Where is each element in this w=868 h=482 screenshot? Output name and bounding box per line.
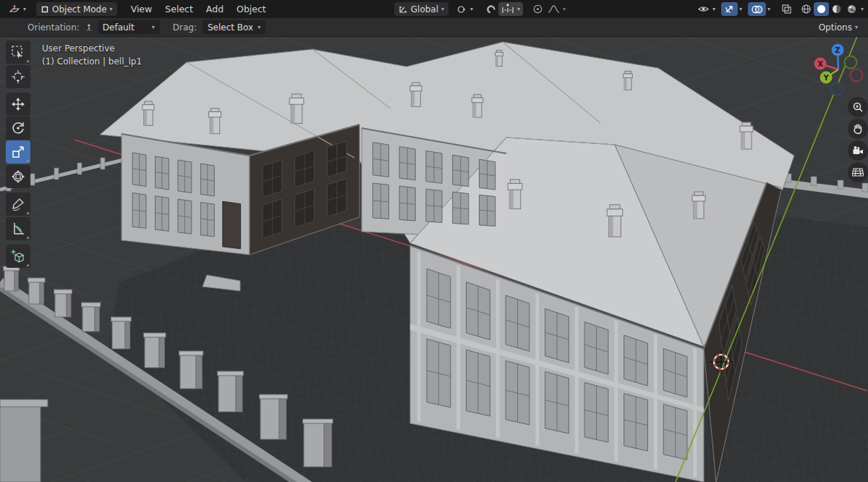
- tool-select-box[interactable]: [6, 41, 30, 64]
- xray-toggle[interactable]: [779, 2, 794, 16]
- drag-select[interactable]: Select Box ▾: [203, 20, 265, 34]
- proportional-falloff-dropdown[interactable]: ▾: [545, 2, 568, 16]
- transform-tool-icon: [11, 169, 25, 184]
- tool-submenu-indicator: [26, 211, 29, 214]
- orientation-select[interactable]: Default ▾: [98, 20, 160, 34]
- editor-type-icon: [9, 4, 20, 14]
- overlays-dropdown[interactable]: ▾: [766, 2, 772, 16]
- object-mode-icon: [41, 5, 49, 14]
- gizmo-axis-ball[interactable]: [845, 56, 857, 69]
- ortho-toggle-button[interactable]: [848, 162, 868, 182]
- tool-submenu-indicator: [26, 159, 29, 162]
- overlays-toggle[interactable]: [748, 2, 766, 16]
- show-object-types-dropdown[interactable]: ▾: [695, 2, 718, 16]
- fence-post: [101, 158, 105, 169]
- snap-toggle[interactable]: [483, 2, 498, 16]
- solid-shading-icon: [816, 4, 827, 14]
- chevron-down-icon: ▾: [110, 7, 113, 12]
- camera-view-button[interactable]: [848, 140, 868, 161]
- gizmo-axis-ball[interactable]: [851, 69, 863, 82]
- tool-cursor[interactable]: [6, 65, 30, 88]
- drag-label: Drag:: [173, 22, 197, 33]
- pilaster: [496, 279, 500, 438]
- viewport-overlay-text: User Perspective (1) Collection | bell_l…: [42, 42, 142, 68]
- shading-wireframe-button[interactable]: [799, 2, 814, 16]
- measure-protractor-icon: [11, 221, 25, 236]
- navigation-gizmo[interactable]: ZXY: [809, 38, 868, 97]
- chimney: [410, 83, 422, 106]
- magnet-icon: [485, 4, 496, 14]
- material-shading-icon: [831, 4, 842, 14]
- shading-dropdown[interactable]: ▾: [859, 2, 865, 16]
- zoom-button[interactable]: [848, 97, 868, 117]
- viewport-3d-scene[interactable]: [0, 36, 868, 482]
- menu-view[interactable]: View: [124, 0, 159, 18]
- gizmos-dropdown[interactable]: ▾: [738, 2, 744, 16]
- rotate-tool-icon: [11, 121, 25, 135]
- fence-post: [179, 351, 203, 389]
- options-dropdown[interactable]: Options ▾: [814, 20, 862, 34]
- blender-window: { "header": { "mode_label": "Object Mode…: [0, 0, 868, 482]
- orientation-gizmo-icon: [84, 22, 94, 33]
- chevron-down-icon: ▾: [470, 7, 473, 12]
- menu-select[interactable]: Select: [158, 0, 200, 18]
- shading-solid-button[interactable]: [814, 2, 829, 16]
- fence-post: [260, 394, 288, 439]
- tool-annotate[interactable]: [6, 193, 30, 216]
- editor-type-button[interactable]: ▾: [4, 2, 30, 16]
- grid-icon: [852, 167, 864, 177]
- proportional-editing-icon: [532, 4, 543, 14]
- fence-post: [82, 303, 101, 331]
- fence-post: [4, 266, 20, 291]
- view-perspective-label: User Perspective: [42, 42, 142, 55]
- pilaster: [535, 292, 539, 446]
- chevron-down-icon: ▾: [861, 7, 864, 12]
- options-label: Options: [819, 22, 852, 33]
- gizmos-toggle[interactable]: [721, 2, 738, 16]
- fence-post: [28, 278, 46, 304]
- mode-dropdown[interactable]: Object Mode ▾: [36, 2, 117, 16]
- chimney: [289, 94, 304, 124]
- select-box-icon: [11, 45, 25, 59]
- tool-scale[interactable]: [6, 140, 30, 164]
- tool-transform[interactable]: [6, 165, 30, 188]
- chevron-down-icon: ▾: [739, 7, 742, 12]
- chimney: [208, 109, 221, 134]
- gizmo-axis-ball[interactable]: [831, 83, 843, 96]
- fence-post: [111, 317, 132, 349]
- chimney: [607, 205, 623, 237]
- gizmo-axis-label: Y: [822, 74, 829, 82]
- scale-tool-icon: [11, 145, 25, 159]
- fence-post: [303, 419, 333, 467]
- pilaster: [614, 321, 618, 462]
- pan-button[interactable]: [848, 119, 868, 139]
- shading-rendered-button[interactable]: [844, 2, 859, 16]
- chimney: [472, 95, 482, 117]
- transform-orientation-dropdown[interactable]: Global ▾: [394, 2, 448, 16]
- chevron-down-icon: ▾: [258, 25, 260, 30]
- snap-target-dropdown[interactable]: ▾: [498, 2, 523, 16]
- chimney: [740, 122, 753, 149]
- fence-corner-block: [0, 405, 41, 482]
- shading-material-button[interactable]: [829, 2, 844, 16]
- rendered-shading-icon: [846, 4, 857, 14]
- chimney: [624, 71, 633, 90]
- pilaster: [693, 348, 697, 478]
- gizmo-icon: [724, 4, 735, 14]
- menu-add[interactable]: Add: [200, 0, 230, 18]
- fence-post: [218, 371, 244, 412]
- tool-submenu-indicator: [26, 263, 29, 266]
- fence-post: [54, 168, 59, 179]
- proportional-editing-toggle[interactable]: [530, 2, 545, 16]
- tool-rotate[interactable]: [6, 117, 30, 140]
- chevron-down-icon: ▾: [152, 25, 155, 30]
- orientation-value: Global: [411, 4, 438, 14]
- tool-add-cube[interactable]: [6, 245, 30, 268]
- tool-move[interactable]: [6, 93, 30, 116]
- menu-object[interactable]: Object: [230, 0, 273, 18]
- pivot-point-dropdown[interactable]: ▾: [453, 2, 477, 16]
- gizmo-axis-label: Z: [835, 46, 840, 54]
- fence-post: [54, 289, 72, 317]
- xray-icon: [781, 4, 792, 14]
- tool-measure[interactable]: [6, 217, 30, 240]
